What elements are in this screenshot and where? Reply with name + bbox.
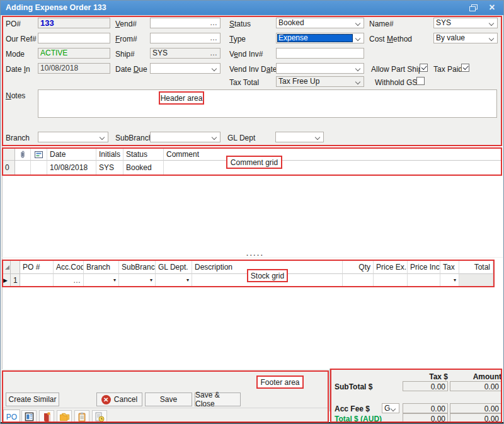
vend-label: Vend# [115, 20, 137, 28]
comment-col-initials[interactable]: Initials [96, 149, 123, 161]
from-field[interactable]: … [150, 33, 220, 43]
memo-icon [35, 151, 43, 158]
save-close-button[interactable]: Save & Close [195, 392, 241, 406]
copy-tab-button[interactable] [57, 410, 72, 423]
comment-cell-comment [164, 161, 501, 175]
vend-field[interactable]: … [150, 18, 220, 28]
stock-col-subbranch[interactable]: SubBranch [119, 261, 156, 274]
stock-col-price-inc[interactable]: Price Inc. [408, 261, 440, 274]
history-tab-button[interactable] [92, 410, 107, 423]
vend-inv-date-select[interactable] [276, 63, 364, 74]
vend-inv-field[interactable] [276, 48, 364, 59]
date-due-select[interactable] [150, 63, 220, 74]
contacts-book-icon [42, 412, 52, 422]
cancel-button[interactable]: ✕ Cancel [96, 392, 142, 406]
mode-field: ACTIVE [38, 48, 110, 59]
comment-cell-memo [31, 161, 47, 175]
stock-col-po[interactable]: PO # [20, 261, 54, 274]
dropdown-arrow-icon: ▾ [150, 277, 152, 283]
vend-lookup-button[interactable]: … [210, 18, 218, 28]
subbranch-select[interactable] [150, 132, 220, 142]
stock-cell-tax[interactable]: ▾ [440, 274, 459, 286]
footer-divider [329, 369, 330, 411]
stock-corner-cell[interactable] [3, 261, 11, 274]
contacts-tab-button[interactable] [39, 410, 54, 423]
ship-field[interactable]: SYS… [150, 48, 220, 59]
stock-col-gl-dept[interactable]: GL Dept. [156, 261, 192, 274]
window-bottom-edge [1, 422, 503, 423]
notes-label: Notes [6, 91, 25, 100]
bottom-tab-strip: PO [2, 408, 329, 423]
stock-cell-price-inc[interactable] [408, 274, 440, 286]
dropdown-arrow-icon: ▾ [186, 277, 189, 283]
restore-window-button[interactable] [466, 3, 481, 13]
withhold-gst-label: Withhold GST [375, 78, 422, 87]
close-button[interactable]: × [484, 3, 500, 13]
branch-select[interactable] [38, 132, 108, 142]
our-ref-field[interactable] [38, 33, 110, 43]
subtotal-tax-value: 0.00 [403, 381, 448, 391]
tax-paid-checkbox[interactable] [461, 64, 469, 72]
gl-dept-label: GL Dept [227, 134, 255, 142]
tax-paid-label: Tax Paid [433, 65, 462, 74]
save-button[interactable]: Save [145, 392, 192, 406]
dropdown-arrow-icon: ▾ [454, 277, 456, 283]
subtotal-amount-value: 0.00 [450, 381, 501, 391]
memo-column-header[interactable] [31, 149, 47, 161]
status-select[interactable]: Booked [276, 18, 364, 28]
branch-label: Branch [6, 134, 30, 142]
title-bar[interactable]: Adding Expense Order 133 × [1, 1, 503, 15]
type-select[interactable]: Expense [276, 33, 364, 43]
comment-col-date[interactable]: Date [47, 149, 96, 161]
vend-inv-date-label: Vend Inv Date [229, 65, 277, 74]
name-select[interactable]: SYS [433, 18, 498, 28]
stock-col-total[interactable]: Total [459, 261, 493, 274]
stock-row-number: 1 [11, 274, 20, 286]
stock-cell-qty[interactable] [343, 274, 374, 286]
comment-col-status[interactable]: Status [123, 149, 164, 161]
po-label: PO# [6, 20, 21, 28]
cost-method-select[interactable]: By value [433, 33, 498, 43]
cancel-icon: ✕ [101, 395, 111, 404]
subtotal-label: SubTotal $ [335, 382, 372, 391]
stock-cell-po[interactable] [20, 274, 54, 286]
stock-col-acc-code[interactable]: Acc.Code [54, 261, 84, 274]
withhold-gst-checkbox[interactable] [416, 77, 425, 85]
type-label: Type [229, 35, 246, 43]
from-lookup-button[interactable]: … [210, 33, 218, 43]
acc-fee-code-select[interactable]: G [382, 403, 399, 413]
comment-col-comment[interactable]: Comment [164, 149, 501, 161]
stock-cell-subbranch[interactable]: ▾ [119, 274, 156, 286]
stock-col-tax[interactable]: Tax [440, 261, 459, 274]
stock-cell-price-ex[interactable] [374, 274, 408, 286]
totals-col-tax: Tax $ [409, 372, 448, 381]
clipboard-tab-button[interactable] [74, 410, 89, 423]
copy-documents-icon [59, 413, 70, 421]
stock-cell-gl-dept[interactable]: ▾ [156, 274, 192, 286]
footer-area-annotation: Footer area [256, 375, 304, 389]
comment-cell-attachment [15, 161, 31, 175]
stock-grid-annotation: Stock grid [247, 269, 288, 282]
acc-fee-tax-value: 0.00 [403, 403, 448, 413]
allow-part-ship-label: Allow Part Ship [371, 65, 422, 74]
stock-cell-acc-code[interactable]: … [54, 274, 84, 286]
subbranch-label: SubBranch [115, 134, 152, 142]
ship-lookup-button[interactable]: … [210, 49, 218, 58]
report-tab-button[interactable] [21, 410, 37, 423]
paperclip-icon [20, 151, 26, 159]
acc-fee-label: Acc Fee $ [335, 404, 370, 413]
type-selected-value: Expense [277, 34, 353, 42]
create-similar-button[interactable]: Create Similar [6, 392, 59, 406]
stock-col-qty[interactable]: Qty [343, 261, 374, 274]
po-number-field[interactable]: 133 [38, 18, 110, 28]
allow-part-ship-checkbox[interactable] [420, 64, 428, 72]
date-due-label: Date Due [115, 65, 147, 74]
tax-total-select[interactable]: Tax Free Up [276, 76, 364, 87]
stock-col-branch[interactable]: Branch [84, 261, 119, 274]
notes-textarea[interactable] [38, 89, 497, 118]
stock-cell-branch[interactable]: ▾ [84, 274, 119, 286]
comment-grid-annotation: Comment grid [226, 156, 282, 169]
gl-dept-select[interactable] [275, 132, 324, 142]
attachment-column-header[interactable] [15, 149, 31, 161]
stock-col-price-ex[interactable]: Price Ex. [374, 261, 408, 274]
